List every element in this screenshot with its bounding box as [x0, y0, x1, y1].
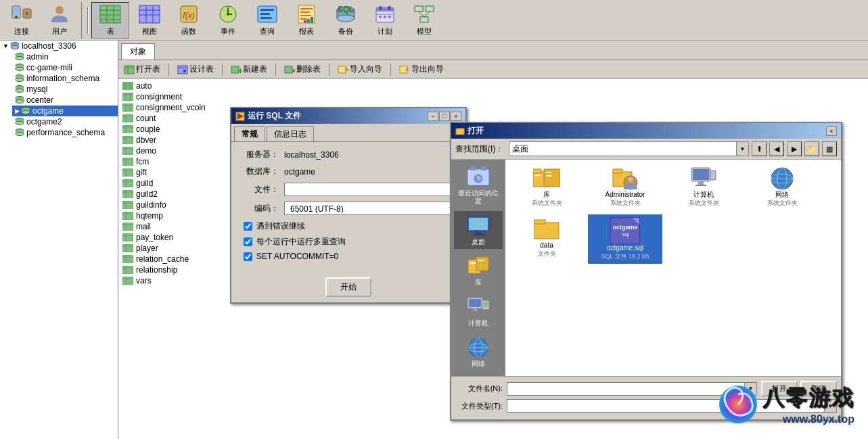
database-label: 数据库： [238, 166, 279, 177]
run-sql-controls: − □ × [428, 112, 461, 121]
server-value: localhost_3306 [284, 150, 459, 160]
svg-rect-180 [546, 172, 551, 173]
file-input[interactable] [284, 183, 459, 196]
checkbox-multi-input[interactable] [244, 237, 252, 246]
sql-file-icon: octgame .sql [610, 217, 640, 244]
nav-next-button[interactable]: ▶ [787, 141, 802, 156]
open-file-dialog: 打开 × 查找范围(I)： ▼ ⬆ ◀ ▶ 📁 ▦ [450, 122, 842, 421]
nav-view-button[interactable]: ▦ [822, 141, 837, 156]
svg-rect-188 [698, 181, 704, 185]
search-input[interactable] [509, 141, 737, 156]
computer-file-sublabel: 系统文件夹 [689, 199, 719, 208]
data-file-icon [533, 217, 560, 241]
server-row: 服务器： localhost_3306 [238, 149, 459, 160]
filename-label: 文件名(N): [455, 384, 503, 394]
octgame-sql-sublabel: SQL 文件 18.2 kB [601, 252, 649, 261]
encoding-row: 编码： 65001 (UTF-8) [238, 202, 459, 215]
encoding-label: 编码： [238, 203, 279, 214]
network-icon [466, 336, 490, 360]
checkbox-autocommit-input[interactable] [244, 252, 252, 261]
svg-rect-181 [546, 175, 551, 177]
network-label: 网络 [472, 360, 485, 368]
run-sql-tab-log[interactable]: 信息日志 [267, 126, 314, 141]
place-computer[interactable]: 计算机 [454, 292, 503, 330]
encoding-select[interactable]: 65001 (UTF-8) [284, 202, 459, 215]
run-sql-max-button[interactable]: □ [439, 112, 450, 121]
file-item-data[interactable]: data 文件夹 [509, 214, 584, 264]
svg-rect-187 [693, 169, 709, 180]
checkbox-continue-label: 遇到错误继续 [256, 221, 305, 232]
network-file-label: 网络 [775, 191, 789, 199]
svg-rect-189 [695, 185, 706, 186]
svg-rect-177 [533, 169, 541, 173]
svg-rect-169 [470, 311, 480, 313]
file-item-computer[interactable]: 计算机 系统文件夹 [666, 164, 741, 210]
svg-rect-156 [481, 166, 486, 170]
svg-rect-167 [469, 299, 481, 307]
watermark: 八零游戏 www.80yx.top [718, 384, 854, 425]
places-panel: 最近访问的位置 桌面 [451, 160, 505, 376]
svg-rect-178 [544, 169, 560, 187]
svg-rect-195 [534, 223, 559, 239]
run-sql-footer: 开始 [231, 272, 465, 302]
nav-up-button[interactable]: ⬆ [752, 141, 767, 156]
watermark-spiral-icon [718, 384, 758, 425]
recent-icon [466, 165, 490, 189]
watermark-text: 八零游戏 www.80yx.top [762, 384, 854, 425]
administrator-file-icon [612, 166, 639, 191]
place-library[interactable]: 库 [454, 252, 503, 290]
svg-rect-164 [470, 262, 476, 264]
computer-file-label: 计算机 [693, 191, 714, 199]
svg-rect-165 [478, 260, 484, 261]
open-file-close-button[interactable]: × [826, 126, 837, 136]
nav-prev-button[interactable]: ◀ [769, 141, 784, 156]
data-file-label: data [540, 241, 553, 250]
svg-rect-183 [613, 169, 622, 173]
file-item-octgame-sql[interactable]: octgame .sql octgame.sql SQL 文件 18.2 kB [588, 214, 662, 264]
svg-rect-190 [710, 170, 716, 180]
place-network[interactable]: 网络 [454, 333, 503, 371]
checkbox-continue-input[interactable] [244, 222, 252, 231]
run-sql-titlebar: ▶ 运行 SQL 文件 − □ × [231, 108, 465, 124]
watermark-logo: 八零游戏 [762, 384, 854, 413]
library-file-icon [533, 166, 560, 191]
octgame-sql-label: octgame.sql [607, 244, 643, 252]
filename-input[interactable] [507, 382, 745, 396]
data-file-sublabel: 文件夹 [538, 250, 556, 258]
run-sql-body: 服务器： localhost_3306 数据库： octgame 文件： 编码：… [231, 142, 465, 272]
checkbox-autocommit-label: SET AUTOCOMMIT=0 [256, 252, 338, 261]
network-file-sublabel: 系统文件夹 [767, 199, 798, 208]
recent-label: 最近访问的位置 [455, 189, 501, 206]
svg-rect-163 [476, 257, 488, 271]
place-recent[interactable]: 最近访问的位置 [454, 162, 503, 208]
desktop-label: 桌面 [472, 238, 485, 246]
run-sql-min-button[interactable]: − [428, 112, 438, 121]
files-panel: 库 系统文件夹 Administrator 系统文件夹 [505, 160, 841, 376]
start-button[interactable]: 开始 [325, 277, 371, 297]
file-row: 文件： [238, 183, 459, 196]
run-sql-close-button[interactable]: × [451, 112, 461, 121]
svg-rect-179 [535, 175, 541, 176]
open-file-content: 最近访问的位置 桌面 [451, 160, 841, 376]
search-dropdown[interactable]: ▼ [737, 141, 749, 156]
svg-rect-168 [473, 308, 477, 311]
checkbox-continue: 遇到错误继续 [238, 221, 459, 232]
run-sql-tab-general[interactable]: 常规 [234, 126, 265, 141]
svg-rect-161 [473, 234, 484, 235]
svg-point-185 [628, 177, 633, 182]
place-desktop[interactable]: 桌面 [454, 211, 503, 249]
run-sql-title-icon: ▶ [235, 112, 245, 121]
file-item-administrator[interactable]: Administrator 系统文件夹 [588, 164, 662, 210]
file-item-network[interactable]: 网络 系统文件夹 [745, 164, 819, 210]
open-file-title: 打开 [467, 125, 484, 137]
nav-new-folder-button[interactable]: 📁 [804, 141, 819, 156]
watermark-url: www.80yx.top [762, 413, 854, 425]
open-file-titlebar: 打开 × [451, 123, 841, 139]
svg-rect-159 [469, 218, 488, 230]
svg-rect-196 [534, 220, 545, 224]
library-file-sublabel: 系统文件夹 [532, 199, 562, 208]
file-label: 文件： [238, 184, 279, 195]
database-value: octgame [284, 167, 459, 177]
file-item-library[interactable]: 库 系统文件夹 [509, 164, 584, 210]
svg-rect-160 [476, 231, 481, 234]
